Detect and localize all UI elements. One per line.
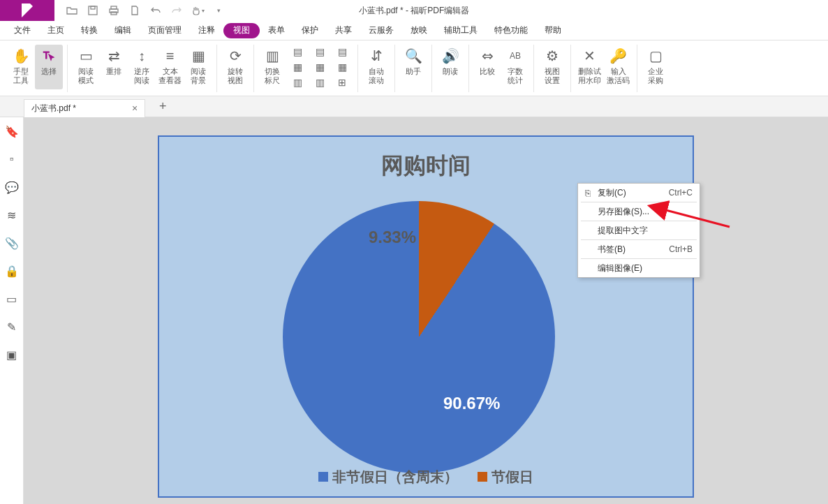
menu-share[interactable]: 共享 [327,21,360,40]
scroll-icon: ⇵ [367,46,386,66]
ctx-copy[interactable]: ⎘ 复制(C) Ctrl+C [578,185,700,200]
wordcount-button[interactable]: AB字数 统计 [501,45,529,89]
svg-text:T: T [43,50,50,61]
pie-label-2: 90.67% [443,394,500,413]
reorder-button[interactable]: ⇄重排 [100,45,128,89]
menu-form[interactable]: 表单 [260,21,293,40]
reorder-icon: ⇄ [104,46,124,66]
menu-home[interactable]: 主页 [39,21,73,40]
reverse-read-button[interactable]: ↕逆序 阅读 [128,45,156,89]
separator [581,239,697,240]
clipboard-panel-icon[interactable]: ▣ [5,348,19,362]
layout1-icon[interactable]: ▤ [288,45,307,59]
layout8-icon[interactable]: ▦ [332,60,352,74]
document-title: 小蓝书.pdf * - 福昕PDF编辑器 [359,5,470,17]
speaker-icon: 🔊 [441,46,460,66]
menu-edit[interactable]: 编辑 [106,21,140,40]
menu-accessibility[interactable]: 辅助工具 [436,21,486,40]
rotate-view-button[interactable]: ⟳旋转 视图 [221,45,249,89]
autoscroll-button[interactable]: ⇵自动 滚动 [362,45,390,89]
hand-dropdown-icon[interactable]: ▾ [188,2,207,19]
del-watermark-button[interactable]: ✕删除试 用水印 [575,45,604,89]
ruler-button[interactable]: ▥切换 标尺 [258,45,286,89]
layout3-icon[interactable]: ▥ [288,75,307,89]
pie-chart[interactable] [283,201,555,473]
book-icon: ▭ [76,46,96,66]
separator [581,258,697,259]
save-icon[interactable] [84,2,102,19]
read-aloud-button[interactable]: 🔊朗读 [436,45,464,89]
chart-title: 网购时间 [159,151,693,181]
layout2-icon[interactable]: ▦ [288,60,307,74]
pie-label-1: 9.33% [369,228,416,247]
undo-icon[interactable] [147,2,165,19]
print-icon[interactable] [105,2,123,19]
hand-icon: ✋ [11,46,31,66]
legend-swatch-2 [478,472,487,482]
pages-panel-icon[interactable]: ▫ [5,152,19,166]
settings-icon: ⚙ [542,46,562,66]
abc-icon: AB [505,46,525,66]
menu-help[interactable]: 帮助 [536,21,570,40]
menu-comment[interactable]: 注释 [190,21,223,40]
read-bg-button[interactable]: ▦阅读 背景 [184,45,212,89]
open-icon[interactable] [63,2,81,19]
new-tab-button[interactable]: + [154,98,172,116]
layers-panel-icon[interactable]: ≋ [5,208,19,222]
layout5-icon[interactable]: ▦ [310,60,330,74]
redo-icon[interactable] [168,2,186,19]
layout4-icon[interactable]: ▤ [310,45,330,59]
layout7-icon[interactable]: ▤ [332,45,352,59]
compare-icon: ⇔ [478,46,497,66]
quick-access-toolbar: ▾ ▾ [54,2,228,19]
activation-button[interactable]: 🔑输入 激活码 [604,45,633,89]
select-tool-button[interactable]: T选择 [35,45,63,89]
close-tab-icon[interactable]: × [132,103,138,114]
search-icon: 🔍 [404,46,423,66]
building-icon: ▢ [646,46,665,66]
ruler-icon: ▥ [263,46,282,66]
rotate-icon: ⟳ [226,46,245,66]
security-panel-icon[interactable]: 🔒 [5,264,19,278]
ctx-bookmark[interactable]: 书签(B) Ctrl+B [578,242,700,257]
key-icon: 🔑 [609,46,628,66]
copy-icon: ⎘ [582,187,593,198]
document-tab-bar: 小蓝书.pdf * × + [0,96,828,117]
document-canvas[interactable]: 网购时间 9.33% 90.67% 非节假日（含周末） 节假日 [24,117,828,504]
comments-panel-icon[interactable]: 💬 [5,180,19,194]
side-panel: 🔖 ▫ 💬 ≋ 📎 🔒 ▭ ✎ ▣ [0,117,24,504]
legend-label-2: 节假日 [491,469,533,484]
title-bar: ▾ ▾ 小蓝书.pdf * - 福昕PDF编辑器 [0,0,828,21]
menu-bar: 文件 主页 转换 编辑 页面管理 注释 视图 表单 保护 共享 云服务 放映 辅… [0,21,828,40]
menu-pages[interactable]: 页面管理 [140,21,190,40]
document-tab[interactable]: 小蓝书.pdf * × [24,99,145,117]
menu-file[interactable]: 文件 [6,21,39,40]
menu-protect[interactable]: 保护 [293,21,327,40]
bookmark-panel-icon[interactable]: 🔖 [5,124,19,138]
text-viewer-button[interactable]: ≡文本 查看器 [156,45,184,89]
new-doc-icon[interactable] [126,2,144,19]
ctx-edit-image[interactable]: 编辑图像(E) [578,260,700,276]
attachments-panel-icon[interactable]: 📎 [5,236,19,250]
read-mode-button[interactable]: ▭阅读 模式 [72,45,100,89]
menu-view[interactable]: 视图 [223,23,260,38]
layout6-icon[interactable]: ▥ [310,75,330,89]
separator [581,202,697,202]
text-icon: ≡ [161,46,180,66]
view-settings-button[interactable]: ⚙视图 设置 [538,45,566,89]
menu-cloud[interactable]: 云服务 [360,21,402,40]
signature-panel-icon[interactable]: ✎ [5,320,19,334]
menu-features[interactable]: 特色功能 [486,21,536,40]
menu-slideshow[interactable]: 放映 [402,21,436,40]
hand-tool-button[interactable]: ✋手型 工具 [7,45,35,89]
layout9-icon[interactable]: ⊞ [332,75,352,89]
qat-more-icon[interactable]: ▾ [209,2,228,19]
compare-button[interactable]: ⇔比较 [473,45,501,89]
menu-convert[interactable]: 转换 [73,21,106,40]
fields-panel-icon[interactable]: ▭ [5,292,19,306]
legend-label-1: 非节假日（含周末） [332,469,458,484]
svg-rect-1 [91,6,95,9]
reverse-icon: ↕ [132,46,151,66]
assistant-button[interactable]: 🔍助手 [399,45,427,89]
enterprise-button[interactable]: ▢企业 采购 [642,45,670,89]
